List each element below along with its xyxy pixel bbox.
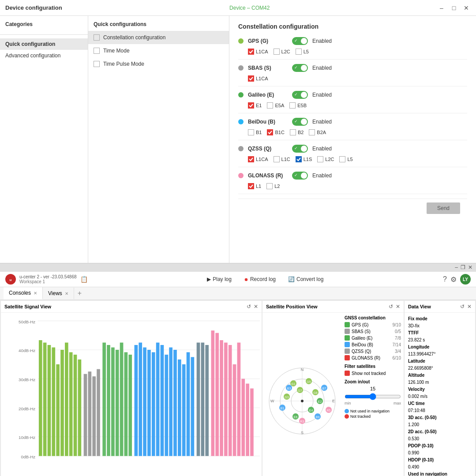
- svg-text:G7: G7: [298, 389, 302, 392]
- sbas-toggle[interactable]: ✓: [292, 64, 308, 72]
- signal-view-panel: Satellite Signal View ↺ ✕ 50dB-Hz 40dB-H…: [1, 301, 262, 476]
- qc-item-time-mode[interactable]: Time Mode: [88, 44, 229, 57]
- record-log-btn[interactable]: ⏺ Record log: [242, 275, 277, 283]
- svg-rect-45: [178, 360, 181, 456]
- beidou-b1c-check[interactable]: [267, 129, 273, 135]
- beidou-b2a-check[interactable]: [309, 129, 315, 135]
- close-window-btn[interactable]: ✕: [462, 4, 471, 12]
- qzss-l1ca-check[interactable]: [248, 156, 254, 162]
- constellation-qzss: QZSS (Q) ✓ Enabled L1CA L1C L1S L2C L5: [238, 145, 467, 167]
- gps-toggle[interactable]: ✓: [292, 37, 308, 45]
- sbas-name: SBAS (S): [248, 65, 288, 71]
- svg-rect-34: [128, 355, 132, 456]
- settings-btn[interactable]: ⚙: [450, 275, 457, 284]
- signal-view-title: Satellite Signal View: [4, 304, 51, 309]
- qzss-l1c-check[interactable]: [274, 156, 280, 162]
- maximize-btn[interactable]: □: [450, 4, 458, 12]
- gps-l2c-check[interactable]: [274, 49, 280, 55]
- constellation-glonass: GLONASS (R) ✓ Enabled L1 L2: [238, 172, 467, 194]
- svg-rect-54: [220, 340, 223, 456]
- galileo-dot: [238, 92, 244, 97]
- svg-text:30dB-Hz: 30dB-Hz: [19, 377, 35, 382]
- help-btn[interactable]: ?: [443, 275, 447, 283]
- workspace-icon-btn[interactable]: 📋: [80, 276, 88, 283]
- sat-pos-panel: Satellite Position View ↺ ✕ N S W E: [262, 301, 404, 476]
- config-icon: [94, 61, 100, 67]
- play-log-btn[interactable]: ▶ Play log: [205, 275, 233, 283]
- glonass-l2-check[interactable]: [266, 183, 273, 189]
- svg-text:B7: B7: [322, 387, 326, 390]
- gnss-beidou-check[interactable]: [345, 342, 350, 347]
- quick-config-panel: Quick configurations Constellation confi…: [88, 16, 229, 263]
- qzss-toggle[interactable]: ✓: [292, 145, 308, 153]
- galileo-e5b-check[interactable]: [289, 102, 296, 109]
- tab-consoles-close[interactable]: ✕: [34, 291, 37, 296]
- galileo-enabled: Enabled: [312, 92, 332, 98]
- convert-log-btn[interactable]: 🔄 Convert log: [286, 275, 325, 283]
- tab-views[interactable]: Views ✕: [43, 288, 74, 299]
- svg-rect-32: [120, 343, 124, 456]
- svg-text:G8: G8: [313, 391, 317, 394]
- svg-rect-30: [111, 348, 115, 456]
- filter-show-check[interactable]: [345, 371, 350, 376]
- window-title: Device configuration: [5, 4, 62, 11]
- add-tab-btn[interactable]: +: [74, 288, 85, 299]
- title-bar: Device configuration Device – COM42 – □ …: [0, 0, 476, 16]
- sbas-l1ca-check[interactable]: [248, 75, 254, 82]
- signal-view-refresh-btn[interactable]: ↺: [247, 304, 251, 310]
- pos-legend: Not used in navigation Not tracked: [345, 409, 401, 419]
- qc-item-time-pulse[interactable]: Time Pulse Mode: [88, 57, 229, 71]
- inner-restore-btn[interactable]: ❐: [461, 264, 465, 270]
- beidou-b2-check[interactable]: [290, 129, 296, 135]
- svg-text:G5: G5: [307, 380, 311, 383]
- sat-pos-close-btn[interactable]: ✕: [396, 304, 400, 310]
- constellation-heading: Constellation configuration: [238, 23, 467, 30]
- app-info: u u-center 2 - ver -23.03.54868 Workspac…: [5, 274, 88, 285]
- svg-text:R3: R3: [300, 420, 304, 423]
- data-view-title: Data View: [408, 304, 431, 309]
- gnss-qzss-check[interactable]: [345, 349, 350, 354]
- sidebar-item-quick-config[interactable]: Quick configuration: [0, 38, 88, 50]
- svg-rect-17: [52, 348, 55, 456]
- config-icon: [94, 34, 100, 41]
- glonass-toggle[interactable]: ✓: [292, 172, 308, 180]
- sidebar-item-advanced-config[interactable]: Advanced configuration: [0, 50, 88, 61]
- inner-minimize-btn[interactable]: –: [455, 264, 458, 270]
- app-version-label: u-center 2 - ver -23.03.54868: [19, 274, 77, 279]
- sat-pos-refresh-btn[interactable]: ↺: [389, 304, 393, 310]
- gps-l5-check[interactable]: [296, 49, 302, 55]
- qc-item-constellation[interactable]: Constellation configuration: [88, 31, 229, 44]
- svg-rect-46: [182, 364, 186, 456]
- qzss-l5-check[interactable]: [339, 156, 345, 162]
- qzss-l2c-check[interactable]: [317, 156, 323, 162]
- tab-views-close[interactable]: ✕: [65, 291, 68, 296]
- beidou-toggle[interactable]: ✓: [292, 118, 308, 126]
- signal-view-close-btn[interactable]: ✕: [254, 304, 258, 310]
- data-view-close-btn[interactable]: ✕: [467, 304, 472, 310]
- galileo-e1-check[interactable]: [248, 102, 254, 109]
- glonass-l1-check[interactable]: [248, 183, 254, 189]
- gnss-glonass-check[interactable]: [345, 355, 350, 360]
- send-button[interactable]: Send: [427, 202, 460, 214]
- svg-rect-41: [161, 345, 164, 456]
- gnss-gps-check[interactable]: [345, 322, 350, 327]
- data-view-refresh-btn[interactable]: ↺: [460, 304, 465, 310]
- gnss-glonass-row: GLONASS (R) 6/10: [345, 355, 401, 360]
- app-toolbar: u u-center 2 - ver -23.03.54868 Workspac…: [0, 271, 476, 287]
- inner-close-btn[interactable]: ✕: [468, 264, 472, 270]
- gnss-galileo-check[interactable]: [345, 335, 350, 341]
- svg-rect-15: [43, 343, 47, 456]
- beidou-dot: [238, 119, 244, 124]
- qzss-l1s-check[interactable]: [296, 156, 302, 162]
- signal-chart: 50dB-Hz 40dB-Hz 30dB-Hz 20dB-Hz 10dB-Hz …: [1, 313, 262, 476]
- zoom-slider[interactable]: [345, 393, 401, 400]
- gnss-sbas-check[interactable]: [345, 329, 350, 334]
- minimize-btn[interactable]: –: [437, 4, 446, 12]
- tab-consoles[interactable]: Consoles ✕: [4, 287, 43, 300]
- gps-l1ca-check[interactable]: [248, 49, 254, 55]
- galileo-e5a-check[interactable]: [267, 102, 273, 109]
- svg-text:G3: G3: [285, 396, 289, 399]
- sbas-dot: [238, 65, 244, 71]
- beidou-b1-check[interactable]: [248, 129, 254, 135]
- galileo-toggle[interactable]: ✓: [292, 91, 308, 99]
